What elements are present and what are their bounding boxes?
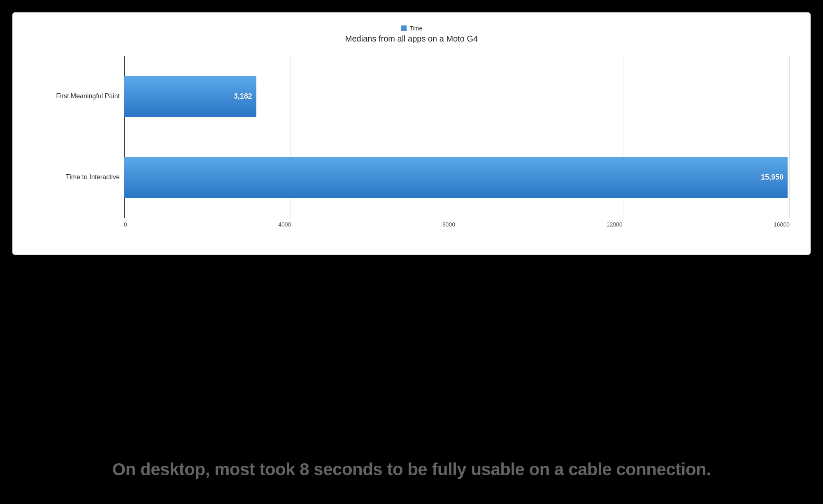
chart-area: First Meaningful Paint 3,182 Time to Int…: [33, 56, 790, 228]
bar-tti: 15,950: [124, 157, 788, 198]
bar-wrapper-fmp: 3,182: [124, 76, 790, 117]
bar-value-tti: 15,950: [761, 173, 783, 182]
footer-text: On desktop, most took 8 seconds to be fu…: [0, 460, 823, 479]
bar-row-fmp: First Meaningful Paint 3,182: [124, 70, 790, 123]
legend-color-box: [401, 25, 407, 31]
x-tick-16000: 16000: [774, 221, 790, 228]
bar-wrapper-tti: 15,950: [124, 157, 790, 198]
chart-title: Medians from all apps on a Moto G4: [33, 34, 790, 44]
bar-value-fmp: 3,182: [234, 92, 252, 101]
bars-section: First Meaningful Paint 3,182 Time to Int…: [33, 56, 790, 218]
legend: Time: [33, 25, 790, 32]
x-tick-8000: 8000: [442, 221, 455, 228]
x-tick-4000: 4000: [278, 221, 291, 228]
legend-label: Time: [410, 25, 423, 32]
bar-label-fmp: First Meaningful Paint: [33, 92, 120, 101]
bar-row-tti: Time to Interactive 15,950: [124, 151, 790, 204]
x-axis: 0 4000 8000 12000 16000: [124, 221, 790, 228]
x-tick-12000: 12000: [607, 221, 623, 228]
chart-container: Time Medians from all apps on a Moto G4 …: [12, 12, 811, 255]
bar-fmp: 3,182: [124, 76, 256, 117]
bar-label-tti: Time to Interactive: [33, 173, 120, 182]
x-tick-0: 0: [124, 221, 127, 228]
